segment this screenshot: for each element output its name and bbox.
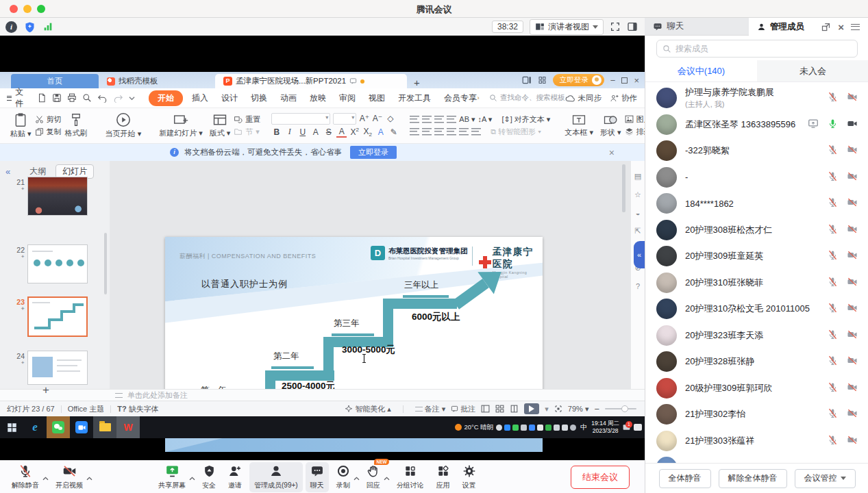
footer-react-button[interactable]: NEW回应 xyxy=(362,462,385,492)
collaborate-button[interactable]: 协作 xyxy=(610,93,637,103)
member-camera-icon[interactable] xyxy=(847,408,858,420)
wps-close-icon[interactable]: × xyxy=(634,76,639,85)
section-button[interactable]: 节 ▾ xyxy=(234,127,260,137)
member-camera-icon[interactable] xyxy=(847,355,858,368)
wps-taskbar-icon[interactable]: W xyxy=(116,416,140,438)
align-left-icon[interactable] xyxy=(410,128,419,136)
grow-font-button[interactable]: A⁺ xyxy=(359,114,369,123)
member-search-box[interactable] xyxy=(656,40,858,58)
wechat-taskbar-icon[interactable] xyxy=(47,416,70,438)
member-mic-icon[interactable] xyxy=(828,197,838,210)
member-mic-icon[interactable] xyxy=(828,329,838,342)
footer-cam-off-button[interactable]: 开启视频 xyxy=(51,462,88,492)
tray-mail-icon[interactable] xyxy=(521,425,527,431)
member-row[interactable]: 20护理310尕松文毛 201011005 xyxy=(645,296,868,323)
member-row[interactable]: 184****1862 xyxy=(645,190,868,217)
end-meeting-button[interactable]: 结束会议 xyxy=(571,466,630,489)
footer-apps-button[interactable]: 应用 xyxy=(432,462,455,492)
wps-menu-item[interactable]: 动画 xyxy=(276,91,301,105)
line-spacing-icon[interactable] xyxy=(471,128,481,136)
slide-thumbnail[interactable] xyxy=(27,177,88,216)
footer-members-button[interactable]: 管理成员(99+) xyxy=(249,462,303,492)
highlight-button[interactable]: ✎ xyxy=(388,127,399,137)
member-camera-icon[interactable] xyxy=(847,329,858,342)
footer-breakout-button[interactable]: 分组讨论 xyxy=(392,462,429,492)
tray-volume-icon[interactable] xyxy=(570,425,576,431)
footer-share-screen-button[interactable]: 共享屏幕 xyxy=(153,462,190,492)
member-row[interactable]: -322郭晓絮 xyxy=(645,138,868,164)
footer-settings-button[interactable]: 设置 xyxy=(458,462,481,492)
sync-status[interactable]: 未同步 xyxy=(565,93,602,103)
unmute-all-button[interactable]: 解除全体静音 xyxy=(719,469,787,488)
bullet-list-icon[interactable] xyxy=(410,116,419,123)
member-camera-icon[interactable] xyxy=(847,171,858,184)
comments-button[interactable]: 批注 xyxy=(451,404,475,414)
view-mode-button[interactable]: 演讲者视图 xyxy=(530,19,604,35)
tray-meeting-icon[interactable] xyxy=(504,425,510,431)
tray-wechat-icon[interactable] xyxy=(512,425,519,431)
new-file-icon[interactable] xyxy=(37,93,47,103)
member-camera-icon[interactable] xyxy=(847,92,858,104)
increase-indent-icon[interactable] xyxy=(447,116,456,123)
member-mic-icon[interactable] xyxy=(828,408,838,420)
redo-icon[interactable] xyxy=(113,94,123,103)
member-mic-icon[interactable] xyxy=(828,224,838,236)
comment-icon[interactable]: ◒ xyxy=(636,209,641,217)
collapse-panel-icon[interactable]: « xyxy=(5,166,10,177)
close-panel-icon[interactable]: × xyxy=(838,22,844,32)
bold-button[interactable]: B xyxy=(271,127,282,137)
new-slide-button[interactable]: 新建幻灯片 ▾ xyxy=(156,113,206,138)
member-row[interactable]: 20护理323班李天添 xyxy=(645,323,868,349)
wps-menu-item[interactable]: 视图 xyxy=(364,91,389,105)
member-mic-icon[interactable] xyxy=(828,144,838,157)
weather-widget[interactable]: 20°C 晴朗 xyxy=(455,423,493,432)
wps-tab-document[interactable]: P 孟津康宁医院现场...新PPT2021 xyxy=(215,74,407,88)
decrease-indent-icon[interactable] xyxy=(434,116,444,123)
wps-tab-docer[interactable]: 找稻壳模板 xyxy=(99,74,215,88)
line-break-button[interactable]: ↕A ▾ xyxy=(478,115,493,124)
tray-bluetooth-icon[interactable] xyxy=(529,425,535,431)
action-center-icon[interactable] xyxy=(634,424,642,431)
fit-slide-icon[interactable] xyxy=(554,405,562,413)
missing-font-warning[interactable]: T?缺失字体 xyxy=(117,404,158,414)
clear-format-button[interactable]: ◇ xyxy=(385,114,395,123)
skin-icon[interactable]: ▤ xyxy=(634,172,641,181)
member-row[interactable]: 20护理309班童延英 xyxy=(645,243,868,270)
slide-scrollbar[interactable] xyxy=(622,164,625,212)
theme-name[interactable]: Office 主题 xyxy=(68,404,105,414)
wps-menu-item[interactable]: 放映 xyxy=(306,91,330,105)
panel-collapse-handle[interactable]: « xyxy=(634,241,645,268)
menu-bars-icon[interactable] xyxy=(851,24,860,30)
member-camera-icon[interactable] xyxy=(847,435,858,447)
tray-phone-icon[interactable] xyxy=(537,425,543,431)
member-camera-icon[interactable] xyxy=(847,382,858,394)
member-camera-icon[interactable] xyxy=(847,197,858,210)
italic-button[interactable]: I xyxy=(284,127,295,137)
char-spacing-button[interactable]: A xyxy=(310,127,321,137)
copy-button[interactable]: 复制 xyxy=(35,127,62,137)
to-smart-graphic-button[interactable]: ⧉ 转智能图形 ▾ xyxy=(491,127,541,137)
member-camera-icon[interactable] xyxy=(847,224,858,236)
align-center-icon[interactable] xyxy=(422,128,432,136)
workspace-grid-icon[interactable] xyxy=(538,76,547,84)
member-mic-icon[interactable] xyxy=(828,250,838,262)
normal-view-icon[interactable] xyxy=(481,405,490,413)
zoom-level[interactable]: 79% ▾ xyxy=(568,405,589,414)
member-mic-icon[interactable] xyxy=(828,118,838,131)
new-tab-button[interactable]: + xyxy=(414,77,420,88)
wps-menu-item[interactable]: 开始 xyxy=(149,90,183,106)
slideshow-play-button[interactable] xyxy=(524,403,539,414)
member-camera-icon[interactable] xyxy=(847,144,858,157)
footer-shield-button[interactable]: 安全 xyxy=(197,462,221,492)
tab-not-joined[interactable]: 未入会 xyxy=(757,60,868,81)
zoom-knob[interactable] xyxy=(621,405,628,412)
tray-security-icon[interactable] xyxy=(545,425,551,431)
wps-menu-item[interactable]: 设计 xyxy=(217,91,242,105)
member-camera-icon[interactable] xyxy=(847,250,858,262)
member-row[interactable]: 20护理308班松杰才仁 xyxy=(645,217,868,244)
align-right-icon[interactable] xyxy=(434,128,444,136)
wps-menu-item[interactable]: 会员专享› xyxy=(440,91,484,105)
preview-icon[interactable] xyxy=(82,93,92,103)
member-row[interactable]: 21护理302李怡 xyxy=(645,401,868,428)
footer-chat-button[interactable]: 聊天 xyxy=(306,462,329,492)
